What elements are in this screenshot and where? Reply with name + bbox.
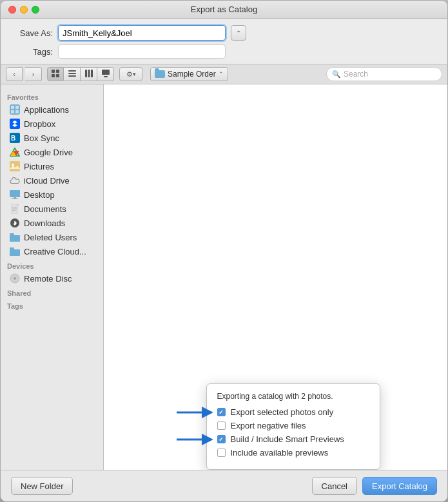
svg-rect-8 [88,70,90,77]
icons-view-icon [51,69,60,80]
svg-rect-40 [10,233,14,235]
view-columns-button[interactable] [81,67,97,81]
sidebar-item-boxsync[interactable]: B Box Sync [3,131,101,145]
sidebar-item-desktop[interactable]: Desktop [3,188,101,202]
svg-rect-5 [68,73,76,74]
svg-rect-27 [10,190,20,197]
bottom-buttons: Cancel Export Catalog [312,477,437,495]
documents-icon [10,204,20,214]
sidebar-item-applications[interactable]: Applications [3,102,101,117]
nav-forward-button[interactable]: › [25,67,42,81]
titlebar: Export as Catalog [1,1,447,19]
svg-rect-10 [102,70,110,75]
boxsync-label: Box Sync [24,133,59,143]
svg-rect-13 [11,106,14,109]
toolbar: ‹ › [1,64,447,84]
window-title: Export as Catalog [191,5,257,14]
export-selected-checkbox[interactable] [217,408,226,416]
svg-rect-34 [12,210,15,211]
view-gallery-button[interactable] [97,67,114,81]
icloud-icon [10,175,20,186]
shared-section-label: Shared [1,285,103,298]
sidebar-item-remotedisc[interactable]: Remote Disc [3,271,101,285]
view-icons-button[interactable] [47,67,64,81]
close-button[interactable] [8,6,16,14]
svg-rect-32 [12,207,17,208]
svg-rect-24 [10,161,20,171]
svg-rect-28 [14,197,16,198]
boxsync-icon: B [10,133,20,143]
chevron-down-icon: ▾ [133,71,136,77]
googledrive-icon [10,147,20,157]
include-available-checkbox[interactable] [217,449,226,457]
applications-label: Applications [24,105,69,115]
location-chevron-icon: ⌃ [219,71,224,77]
popup-title: Exporting a catalog with 2 photos. [217,392,369,401]
save-as-input[interactable] [58,25,226,41]
list-view-icon [68,69,77,80]
svg-rect-6 [68,75,76,77]
svg-rect-4 [68,70,76,72]
nav-back-button[interactable]: ‹ [6,67,23,81]
export-catalog-button[interactable]: Export Catalog [362,477,437,495]
svg-text:B: B [11,135,15,142]
desktop-label: Desktop [24,190,55,200]
save-as-label: Save As: [11,28,53,38]
svg-rect-14 [15,106,19,109]
tags-input[interactable] [58,44,226,59]
svg-rect-16 [15,110,19,113]
new-folder-button[interactable]: New Folder [11,477,73,495]
svg-rect-2 [52,74,55,77]
dropbox-icon [10,119,20,129]
save-as-row: Save As: ⌃ [1,19,447,44]
svg-rect-29 [12,198,18,199]
maximize-button[interactable] [32,6,39,14]
columns-view-icon [84,69,93,80]
minimize-button[interactable] [20,6,28,14]
export-negative-checkbox[interactable] [217,421,226,430]
svg-rect-39 [10,235,20,242]
sidebar-item-dropbox[interactable]: Dropbox [3,117,101,131]
save-toggle-button[interactable]: ⌃ [231,25,246,41]
downloads-label: Downloads [24,218,65,228]
dropbox-label: Dropbox [24,119,55,129]
build-smart-option: Build / Include Smart Previews [217,434,369,444]
export-selected-label: Export selected photos only [231,407,334,417]
view-buttons [47,67,114,81]
action-button[interactable]: ⚙ ▾ [119,67,142,81]
export-options-popup: Exporting a catalog with 2 photos. Expor… [206,383,380,470]
view-list-button[interactable] [64,67,81,81]
sidebar-item-deletedusers[interactable]: Deleted Users [3,230,101,244]
arrow1-icon [175,405,213,420]
svg-rect-33 [12,209,17,209]
svg-rect-9 [91,70,93,77]
favorites-section-label: Favorites [1,90,103,102]
sidebar-item-pictures[interactable]: Pictures [3,159,101,173]
svg-point-45 [14,278,15,279]
sidebar-item-googledrive[interactable]: Google Drive [3,145,101,159]
build-smart-checkbox[interactable] [217,435,226,443]
devices-section-label: Devices [1,258,103,271]
cancel-button[interactable]: Cancel [312,477,357,495]
sidebar-item-icloud[interactable]: iCloud Drive [3,173,101,188]
sidebar-item-creativecloud[interactable]: Creative Cloud... [3,244,101,258]
pictures-icon [10,161,20,171]
forward-icon: › [32,70,35,78]
export-selected-option: Export selected photos only [217,407,369,417]
search-box[interactable]: 🔍 Search [326,67,442,81]
svg-rect-15 [11,110,14,113]
svg-rect-17 [10,119,20,129]
documents-label: Documents [24,204,66,214]
downloads-icon [10,218,20,228]
sidebar-item-downloads[interactable]: Downloads [3,216,101,230]
search-icon: 🔍 [332,70,341,79]
sidebar-item-documents[interactable]: Documents [3,202,101,216]
svg-rect-7 [85,70,87,77]
location-selector[interactable]: Sample Order ⌃ [150,67,228,81]
tags-row: Tags: [1,44,447,64]
tags-label: Tags: [11,47,53,57]
folder-icon [155,70,165,78]
creativecloud-icon [10,246,20,256]
main-content: Favorites Applications Dropbox B Box Syn… [1,84,447,470]
export-negative-option: Export negative files [217,421,369,430]
